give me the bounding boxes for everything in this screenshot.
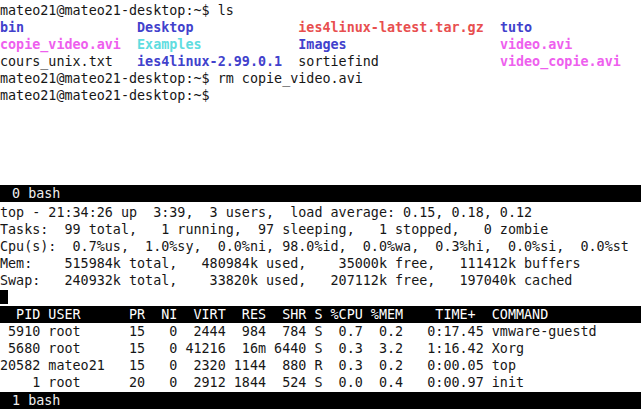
terminal-text: 20582 mateo21 15 0 2320 1144 880 R 0.3 0… — [0, 358, 516, 373]
terminal-text — [282, 54, 298, 69]
ls-output-line: copie_video.avi Examples Images video.av… — [0, 36, 641, 53]
screen-caption-bar-window-1: 1 bash — [0, 392, 641, 409]
file-entry: tuto — [500, 20, 532, 35]
file-entry: copie_video.avi — [0, 37, 121, 52]
terminal-text — [484, 20, 500, 35]
process-row: 1 root 20 0 2912 1844 524 S 0.0 0.4 0:00… — [0, 374, 641, 391]
cursor-line — [0, 289, 641, 306]
terminal-text: mateo21@mateo21-desktop:~$ ls — [0, 3, 234, 18]
ls-output-line: bin Desktop ies4linux-latest.tar.gz tuto — [0, 19, 641, 36]
terminal-text — [202, 37, 299, 52]
top-summary-line: Mem: 515984k total, 480984k used, 35000k… — [0, 255, 641, 272]
file-entry: Images — [298, 37, 346, 52]
terminal-text: Swap: 240932k total, 33820k used, 207112… — [0, 273, 572, 288]
terminal-text: sortiefind — [298, 54, 379, 69]
file-entry: ies4linux-2.99.0.1 — [137, 54, 282, 69]
cursor-block — [0, 290, 8, 304]
terminal-text: 5910 root 15 0 2444 984 784 S 0.7 0.2 0:… — [0, 324, 597, 339]
top-summary-line: top - 21:34:26 up 3:39, 3 users, load av… — [0, 204, 641, 221]
process-table-header: PID USER PR NI VIRT RES SHR S %CPU %MEM … — [0, 306, 641, 323]
prompt-line: mateo21@mateo21-desktop:~$ ls — [0, 2, 641, 19]
terminal-text — [113, 54, 137, 69]
terminal: mateo21@mateo21-desktop:~$ lsbin Desktop… — [0, 0, 641, 409]
file-entry: video.avi — [500, 37, 573, 52]
terminal-text: Tasks: 99 total, 1 running, 97 sleeping,… — [0, 222, 548, 237]
terminal-text: 5680 root 15 0 41216 16m 6440 S 0.3 3.2 … — [0, 341, 524, 356]
top-summary-line: Cpu(s): 0.7%us, 1.0%sy, 0.0%ni, 98.0%id,… — [0, 238, 641, 255]
terminal-window-1-top[interactable]: top - 21:34:26 up 3:39, 3 users, load av… — [0, 202, 641, 392]
terminal-text: cours_unix.txt — [0, 54, 113, 69]
terminal-text: Mem: 515984k total, 480984k used, 35000k… — [0, 256, 580, 271]
file-entry: Desktop — [137, 20, 193, 35]
terminal-text: mateo21@mateo21-desktop:~$ — [0, 88, 210, 103]
prompt-line: mateo21@mateo21-desktop:~$ rm copie_vide… — [0, 70, 641, 87]
process-row: 5910 root 15 0 2444 984 784 S 0.7 0.2 0:… — [0, 323, 641, 340]
file-entry: ies4linux-latest.tar.gz — [298, 20, 483, 35]
process-row: 20582 mateo21 15 0 2320 1144 880 R 0.3 0… — [0, 357, 641, 374]
caption-bar-label: 1 bash — [4, 393, 60, 408]
ls-output-line: cours_unix.txt ies4linux-2.99.0.1 sortie… — [0, 53, 641, 70]
terminal-text — [194, 20, 299, 35]
terminal-text: PID USER PR NI VIRT RES SHR S %CPU %MEM … — [0, 307, 548, 322]
screen-caption-bar-window-0: 0 bash — [0, 185, 641, 202]
process-row: 5680 root 15 0 41216 16m 6440 S 0.3 3.2 … — [0, 340, 641, 357]
file-entry: Examples — [137, 37, 202, 52]
terminal-text: top - 21:34:26 up 3:39, 3 users, load av… — [0, 205, 532, 220]
file-entry: video_copie.avi — [500, 54, 621, 69]
terminal-text: 1 root 20 0 2912 1844 524 S 0.0 0.4 0:00… — [0, 375, 524, 390]
terminal-text — [121, 37, 137, 52]
top-summary-line: Tasks: 99 total, 1 running, 97 sleeping,… — [0, 221, 641, 238]
prompt-line: mateo21@mateo21-desktop:~$ — [0, 87, 641, 104]
terminal-text — [347, 37, 500, 52]
terminal-text: mateo21@mateo21-desktop:~$ rm copie_vide… — [0, 71, 363, 86]
top-summary-line: Swap: 240932k total, 33820k used, 207112… — [0, 272, 641, 289]
caption-bar-label: 0 bash — [4, 186, 60, 201]
terminal-text — [24, 20, 137, 35]
terminal-text — [379, 54, 500, 69]
terminal-text: Cpu(s): 0.7%us, 1.0%sy, 0.0%ni, 98.0%id,… — [0, 239, 629, 254]
terminal-window-0-bash[interactable]: mateo21@mateo21-desktop:~$ lsbin Desktop… — [0, 0, 641, 185]
file-entry: bin — [0, 20, 24, 35]
